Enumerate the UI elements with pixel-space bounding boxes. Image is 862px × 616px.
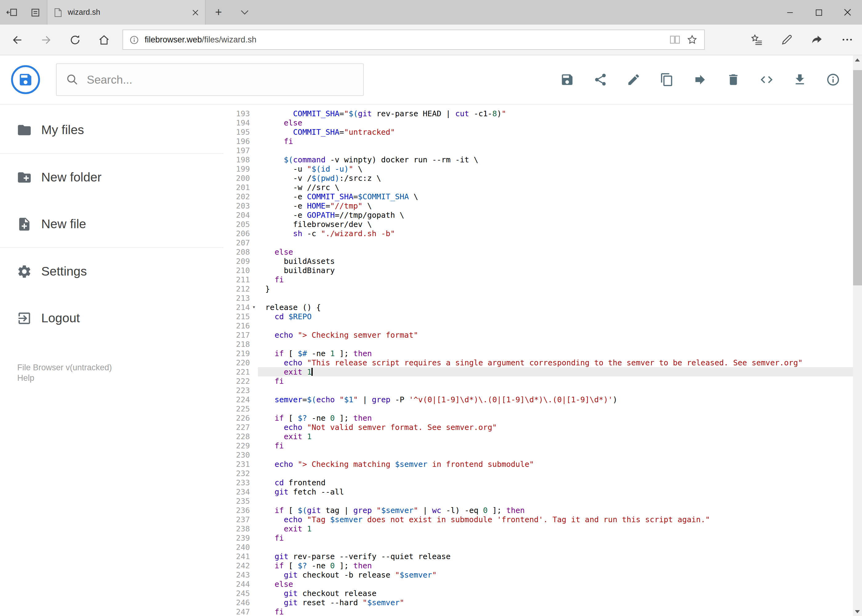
- code-text[interactable]: if [ $# -ne 1 ]; then: [258, 349, 862, 358]
- rename-button[interactable]: [617, 55, 650, 104]
- code-line[interactable]: 236 if [ $(git tag | grep "$semver" | wc…: [224, 506, 862, 515]
- maximize-button[interactable]: [804, 0, 833, 25]
- scroll-down-arrow[interactable]: [853, 607, 862, 616]
- code-text[interactable]: -e HOME="//tmp" \: [258, 201, 862, 211]
- web-note-button[interactable]: [772, 24, 802, 55]
- reading-view-icon[interactable]: [669, 35, 681, 45]
- close-button[interactable]: [833, 0, 862, 25]
- code-line[interactable]: 210 buildBinary: [224, 266, 862, 275]
- set-tabs-aside-button[interactable]: [0, 0, 24, 25]
- help-link[interactable]: Help: [17, 373, 112, 383]
- code-text[interactable]: else: [258, 247, 862, 256]
- code-text[interactable]: [258, 238, 862, 247]
- code-line[interactable]: 193 COMMIT_SHA="$(git rev-parse HEAD | c…: [224, 109, 862, 118]
- code-line[interactable]: 205 filebrowser/dev \: [224, 220, 862, 229]
- fold-marker-icon[interactable]: ▾: [250, 303, 258, 312]
- sidebar-item-logout[interactable]: Logout: [0, 295, 224, 341]
- code-line[interactable]: 224 semver=$(echo "$1" | grep -P '^v(0|[…: [224, 395, 862, 404]
- code-text[interactable]: [258, 146, 862, 155]
- home-button[interactable]: [89, 24, 118, 55]
- sidebar-item-my-files[interactable]: My files: [0, 107, 224, 153]
- code-line[interactable]: 226 if [ $? -ne 0 ]; then: [224, 413, 862, 423]
- code-text[interactable]: git reset --hard "$semver": [258, 598, 862, 607]
- code-text[interactable]: fi: [258, 137, 862, 146]
- code-text[interactable]: cd $REPO: [258, 312, 862, 321]
- code-line[interactable]: 246 git reset --hard "$semver": [224, 598, 862, 607]
- code-line[interactable]: 243 git checkout -b release "$semver": [224, 570, 862, 580]
- save-button[interactable]: [550, 55, 584, 104]
- code-line[interactable]: 197: [224, 146, 862, 155]
- code-line[interactable]: 238 exit 1: [224, 524, 862, 533]
- code-text[interactable]: COMMIT_SHA="untracked": [258, 127, 862, 137]
- code-line[interactable]: 244 else: [224, 580, 862, 589]
- code-text[interactable]: buildAssets: [258, 256, 862, 266]
- code-text[interactable]: release () {: [258, 303, 862, 312]
- sidebar-item-new-file[interactable]: New file: [0, 201, 224, 247]
- forward-button[interactable]: [32, 24, 60, 55]
- code-line[interactable]: 204 -e GOPATH=//tmp/gopath \: [224, 211, 862, 220]
- code-line[interactable]: 240: [224, 542, 862, 552]
- code-text[interactable]: cd frontend: [258, 478, 862, 487]
- code-line[interactable]: 215 cd $REPO: [224, 312, 862, 321]
- code-editor[interactable]: 193 COMMIT_SHA="$(git rev-parse HEAD | c…: [224, 105, 862, 616]
- code-line[interactable]: 221 exit 1: [224, 367, 862, 376]
- more-options-button[interactable]: [832, 24, 862, 55]
- code-text[interactable]: fi: [258, 533, 862, 542]
- code-text[interactable]: [258, 497, 862, 506]
- code-line[interactable]: 229 fi: [224, 441, 862, 450]
- back-button[interactable]: [2, 24, 32, 55]
- download-button[interactable]: [783, 55, 816, 104]
- code-text[interactable]: -v /$(pwd):/src:z \: [258, 173, 862, 183]
- delete-button[interactable]: [717, 55, 750, 104]
- code-text[interactable]: [258, 386, 862, 395]
- code-line[interactable]: 225: [224, 404, 862, 413]
- code-text[interactable]: exit 1: [258, 432, 862, 441]
- page-info-icon[interactable]: [129, 35, 139, 45]
- sidebar-item-new-folder[interactable]: New folder: [0, 154, 224, 201]
- code-text[interactable]: }: [258, 284, 862, 293]
- code-line[interactable]: 242 if [ $? -ne 0 ]; then: [224, 561, 862, 570]
- code-line[interactable]: 195 COMMIT_SHA="untracked": [224, 127, 862, 137]
- code-line[interactable]: 232: [224, 469, 862, 478]
- code-text[interactable]: fi: [258, 275, 862, 284]
- code-line[interactable]: 209 buildAssets: [224, 256, 862, 266]
- code-line[interactable]: 247 fi: [224, 607, 862, 616]
- code-text[interactable]: [258, 293, 862, 303]
- code-text[interactable]: [258, 450, 862, 459]
- code-text[interactable]: [258, 542, 862, 552]
- code-text[interactable]: else: [258, 580, 862, 589]
- code-line[interactable]: 223: [224, 386, 862, 395]
- code-text[interactable]: if [ $(git tag | grep "$semver" | wc -l)…: [258, 506, 862, 515]
- code-line[interactable]: 207: [224, 238, 862, 247]
- code-line[interactable]: 218: [224, 339, 862, 349]
- code-text[interactable]: echo "This release script requires a sin…: [258, 358, 862, 367]
- code-text[interactable]: -w //src \: [258, 183, 862, 192]
- tab-close-icon[interactable]: [192, 9, 199, 16]
- tab-preview-chevron-button[interactable]: [232, 0, 257, 25]
- code-line[interactable]: 216: [224, 321, 862, 330]
- code-text[interactable]: COMMIT_SHA="$(git rev-parse HEAD | cut -…: [258, 109, 862, 118]
- code-text[interactable]: buildBinary: [258, 266, 862, 275]
- info-button[interactable]: [816, 55, 850, 104]
- code-text[interactable]: -u "$(id -u)" \: [258, 164, 862, 173]
- scrollbar-thumb[interactable]: [853, 70, 862, 285]
- copy-button[interactable]: [650, 55, 684, 104]
- code-line[interactable]: 233 cd frontend: [224, 478, 862, 487]
- code-line[interactable]: 201 -w //src \: [224, 183, 862, 192]
- share-page-button[interactable]: [802, 24, 832, 55]
- code-line[interactable]: 245 git checkout release: [224, 589, 862, 598]
- code-line[interactable]: 211 fi: [224, 275, 862, 284]
- address-bar[interactable]: filebrowser.web/files/wizard.sh: [123, 30, 705, 50]
- code-text[interactable]: echo "> Checking semver format": [258, 330, 862, 339]
- code-text[interactable]: git rev-parse --verify --quiet release: [258, 552, 862, 561]
- code-line[interactable]: 206 sh -c "./wizard.sh -b": [224, 229, 862, 238]
- sidebar-item-settings[interactable]: Settings: [0, 248, 224, 295]
- code-text[interactable]: git checkout -b release "$semver": [258, 570, 862, 580]
- code-line[interactable]: 214▾release () {: [224, 303, 862, 312]
- code-line[interactable]: 199 -u "$(id -u)" \: [224, 164, 862, 173]
- code-line[interactable]: 239 fi: [224, 533, 862, 542]
- code-line[interactable]: 230: [224, 450, 862, 459]
- code-line[interactable]: 217 echo "> Checking semver format": [224, 330, 862, 339]
- code-line[interactable]: 220 echo "This release script requires a…: [224, 358, 862, 367]
- code-text[interactable]: fi: [258, 376, 862, 386]
